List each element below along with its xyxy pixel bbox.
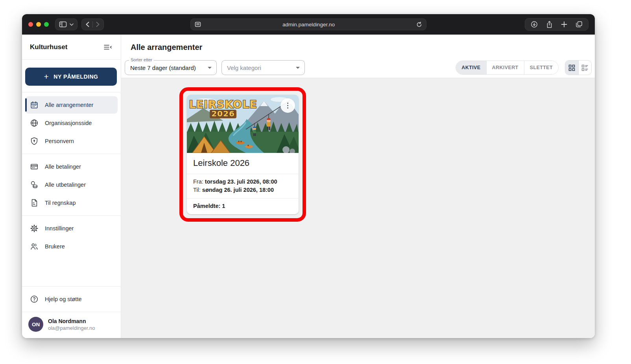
sidebar-item-organisasjonsside[interactable]: Organisasjonsside	[25, 114, 118, 132]
help-icon	[30, 295, 39, 303]
new-tab-button[interactable]	[557, 19, 571, 30]
sidebar-item-til-regnskap[interactable]: Til regnskap	[25, 194, 118, 211]
sidebar-nav-admin: Innstillinger Brukere	[22, 216, 121, 259]
new-registration-button[interactable]: + NY PÅMELDING	[25, 68, 117, 86]
sidebar-item-personvern[interactable]: Personvern	[25, 132, 118, 150]
tab-arkivert[interactable]: ARKIVERT	[487, 61, 524, 74]
sidebar-item-label: Personvern	[45, 138, 74, 144]
tab-aktive[interactable]: AKTIVE	[456, 61, 486, 74]
collapse-sidebar-button[interactable]	[103, 42, 113, 52]
list-view-button[interactable]	[578, 61, 591, 75]
browser-sidebar-icon	[59, 21, 67, 28]
plus-icon: +	[44, 72, 49, 81]
sidebar-nav-main: Alle arrangementer Organisasjonsside	[22, 92, 121, 154]
page-settings-icon[interactable]	[195, 22, 201, 27]
sidebar-item-alle-arrangementer[interactable]: Alle arrangementer	[25, 96, 118, 114]
sidebar-item-alle-utbetalinger[interactable]: Alle utbetalinger	[25, 176, 118, 193]
user-info: Ola Nordmann ola@pameldinger.no	[48, 318, 95, 331]
users-icon	[30, 242, 39, 251]
shield-icon	[30, 137, 39, 145]
sidebar-item-innstillinger[interactable]: Innstillinger	[25, 220, 118, 237]
dot	[287, 105, 289, 107]
organization-name: Kulturhuset	[30, 43, 67, 51]
attendees-count: 1	[222, 203, 225, 209]
zoom-window-button[interactable]	[44, 22, 49, 27]
titlebar-actions	[525, 18, 589, 31]
sidebar-item-alle-betalinger[interactable]: Alle betalinger	[25, 158, 118, 175]
divider	[92, 21, 93, 28]
sidebar-item-label: Brukere	[45, 243, 65, 250]
page-header: Alle arrangementer	[121, 35, 595, 60]
event-art-year: 2026	[211, 109, 235, 118]
coins-icon	[30, 180, 39, 189]
dot	[287, 103, 289, 104]
highlight-annotation: LEIRSKOLE 2026 Leirskole 2026	[179, 87, 306, 222]
tab-slettet[interactable]: SLETTET	[524, 61, 558, 74]
plus-icon	[561, 21, 567, 28]
sidebar-item-brukere[interactable]: Brukere	[25, 238, 118, 255]
reload-icon[interactable]	[416, 22, 422, 28]
sidebar-item-label: Alle utbetalinger	[45, 182, 86, 188]
grid-view-button[interactable]	[565, 61, 578, 75]
view-toggle	[565, 60, 592, 75]
card-details-section: Fra: torsdag 23. juli 2026, 08:00 Til: s…	[187, 174, 299, 199]
downloads-button[interactable]	[528, 19, 541, 30]
from-value: torsdag 23. juli 2026, 08:00	[205, 178, 277, 185]
attendees-label: Påmeldte:	[193, 203, 220, 209]
grid-view-icon	[568, 64, 575, 71]
collapse-sidebar-icon	[104, 44, 112, 50]
tab-overview-button[interactable]	[572, 19, 586, 30]
share-button[interactable]	[542, 19, 556, 30]
sidebar-header: Kulturhuset	[22, 35, 121, 60]
card-menu-button[interactable]	[280, 98, 295, 113]
download-icon	[531, 21, 538, 28]
user-profile[interactable]: ON Ola Nordmann ola@pameldinger.no	[22, 312, 121, 338]
category-select-placeholder: Velg kategori	[227, 64, 261, 71]
globe-icon	[30, 119, 39, 127]
sidebar-nav-help: Hjelp og støtte	[22, 287, 121, 312]
event-image: LEIRSKOLE 2026	[187, 95, 299, 153]
sidebar-item-hjelp-og-stotte[interactable]: Hjelp og støtte	[25, 290, 118, 308]
event-card[interactable]: LEIRSKOLE 2026 Leirskole 2026	[187, 95, 299, 214]
to-value: søndag 26. juli 2026, 18:00	[202, 187, 274, 193]
user-email: ola@pameldinger.no	[48, 325, 95, 331]
sidebar-item-label: Hjelp og støtte	[45, 296, 82, 302]
list-view-icon	[581, 64, 589, 71]
forward-button[interactable]	[96, 22, 100, 27]
from-label: Fra:	[193, 178, 203, 185]
url-text[interactable]: admin.pameldinger.no	[201, 22, 416, 28]
close-window-button[interactable]	[28, 22, 33, 27]
filter-toolbar: Sorter etter Neste 7 dager (standard) Ve…	[121, 60, 595, 78]
sort-select[interactable]: Sorter etter Neste 7 dager (standard)	[125, 60, 217, 75]
card-title-section: Leirskole 2026	[187, 153, 299, 174]
back-button[interactable]	[85, 22, 90, 27]
credit-card-icon	[30, 162, 39, 171]
browser-window: admin.pameldinger.no	[22, 14, 595, 338]
document-icon	[30, 199, 39, 207]
card-attendees-section: Påmeldte: 1	[187, 199, 299, 214]
sidebar-item-label: Til regnskap	[45, 200, 76, 206]
tabs-icon	[576, 21, 583, 28]
share-icon	[546, 21, 553, 28]
avatar: ON	[28, 317, 43, 332]
sidebar-nav-payments: Alle betalinger Alle utbetalinger	[22, 154, 121, 215]
event-to-line: Til: søndag 26. juli 2026, 18:00	[193, 186, 292, 194]
content-area: LEIRSKOLE 2026 Leirskole 2026	[121, 78, 595, 338]
sidebar-item-label: Innstillinger	[45, 225, 74, 232]
to-label: Til:	[193, 187, 201, 193]
minimize-window-button[interactable]	[36, 22, 41, 27]
address-bar[interactable]: admin.pameldinger.no	[190, 18, 426, 30]
event-from-line: Fra: torsdag 23. juli 2026, 08:00	[193, 178, 292, 186]
sidebar-item-label: Organisasjonsside	[45, 120, 92, 126]
app-frame: Kulturhuset + NY PÅMELDING	[22, 35, 595, 338]
traffic-lights	[28, 22, 49, 27]
sidebar-item-label: Alle betalinger	[45, 164, 81, 170]
main-area: Alle arrangementer Sorter etter Neste 7 …	[121, 35, 595, 338]
category-select[interactable]: Velg kategori	[221, 60, 305, 75]
event-title: Leirskole 2026	[193, 158, 292, 168]
sidebar-toggle-control[interactable]	[55, 18, 77, 30]
sort-select-label: Sorter etter	[129, 57, 154, 62]
history-nav-control	[81, 18, 104, 30]
status-tab-group: AKTIVE ARKIVERT SLETTET	[456, 61, 559, 75]
page-title: Alle arrangementer	[131, 43, 202, 52]
